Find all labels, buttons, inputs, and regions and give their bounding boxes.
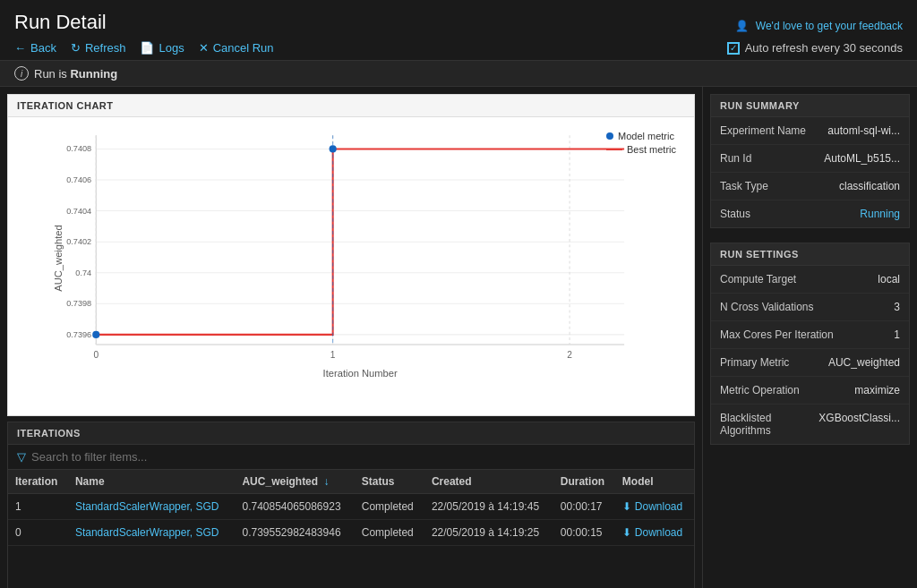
settings-row: Primary Metric AUC_weighted (711, 349, 909, 377)
iterations-section: ITERATIONS ▽ Iteration Name AUC_weighted… (7, 422, 695, 588)
auto-refresh-toggle[interactable]: Auto refresh every 30 seconds (727, 41, 903, 55)
download-icon: ⬇ (622, 500, 631, 513)
refresh-button[interactable]: ↻ Refresh (71, 41, 126, 55)
settings-value: 3 (894, 301, 900, 313)
run-summary-fields: Experiment Name automl-sql-wi... Run Id … (711, 117, 909, 227)
info-icon: i (14, 66, 29, 81)
settings-label: Compute Target (720, 273, 878, 285)
settings-value: AUC_weighted (828, 356, 900, 369)
settings-value: XGBoostClassi... (818, 412, 900, 424)
settings-label: Blacklisted Algorithms (720, 412, 818, 437)
settings-row: Max Cores Per Iteration 1 (711, 321, 909, 349)
settings-label: Max Cores Per Iteration (720, 328, 894, 341)
svg-text:2: 2 (567, 350, 572, 360)
cell-download[interactable]: ⬇ Download (615, 494, 694, 520)
col-created: Created (424, 470, 553, 494)
cell-name[interactable]: StandardScalerWrapper, SGD (68, 520, 236, 546)
filter-input[interactable] (31, 450, 685, 464)
chart-legend: Model metric Best metric (606, 131, 676, 158)
cell-duration: 00:00:17 (553, 494, 615, 520)
summary-row: Experiment Name automl-sql-wi... (711, 117, 909, 145)
header: Run Detail 👤 We'd love to get your feedb… (0, 0, 917, 61)
feedback-icon: 👤 (735, 20, 749, 32)
chart-section: ITERATION CHART AUC_weighted 0.7408 0.74… (7, 94, 695, 416)
filter-bar: ▽ (8, 445, 694, 470)
cell-created: 22/05/2019 à 14:19:45 (424, 494, 553, 520)
auto-refresh-checkbox[interactable] (727, 42, 740, 55)
cell-duration: 00:00:15 (553, 520, 615, 546)
summary-value: automl-sql-wi... (827, 124, 900, 137)
iterations-title: ITERATIONS (8, 422, 694, 445)
run-summary-section: RUN SUMMARY Experiment Name automl-sql-w… (710, 94, 910, 228)
iterations-table-wrapper: Iteration Name AUC_weighted ↓ Status Cre… (8, 470, 694, 546)
table-header-row: Iteration Name AUC_weighted ↓ Status Cre… (8, 470, 694, 494)
table-row: 0 StandardScalerWrapper, SGD 0.739552982… (8, 520, 694, 546)
svg-point-24 (92, 331, 99, 338)
settings-row: Compute Target local (711, 266, 909, 294)
summary-value: classification (839, 180, 900, 192)
back-button[interactable]: ← Back (14, 41, 56, 55)
summary-value: Running (860, 208, 900, 220)
svg-text:0.7398: 0.7398 (66, 299, 91, 308)
legend-model-metric: Model metric (606, 131, 676, 141)
summary-label: Run Id (720, 152, 824, 165)
logs-button[interactable]: 📄 Logs (140, 41, 184, 55)
cancel-run-button[interactable]: ✕ Cancel Run (199, 41, 274, 55)
settings-label: N Cross Validations (720, 301, 894, 313)
download-icon: ⬇ (622, 526, 631, 539)
cell-download[interactable]: ⬇ Download (615, 520, 694, 546)
cell-status: Completed (355, 520, 424, 546)
summary-label: Experiment Name (720, 124, 827, 137)
svg-text:0.7404: 0.7404 (66, 207, 91, 216)
back-icon: ← (14, 41, 26, 55)
right-panel: RUN SUMMARY Experiment Name automl-sql-w… (702, 87, 917, 588)
col-auc[interactable]: AUC_weighted ↓ (235, 470, 354, 494)
chart-title: ITERATION CHART (8, 95, 694, 117)
main-content: ITERATION CHART AUC_weighted 0.7408 0.74… (0, 87, 917, 588)
settings-value: 1 (894, 328, 900, 341)
settings-row: Blacklisted Algorithms XGBoostClassi... (711, 405, 909, 444)
svg-text:0.7408: 0.7408 (66, 144, 91, 153)
summary-value: AutoML_b515... (824, 152, 900, 165)
status-message: Run is Running (34, 67, 117, 81)
header-top-right: 👤 We'd love to get your feedback (735, 20, 903, 32)
svg-text:0.7396: 0.7396 (66, 330, 91, 339)
download-label: Download (635, 500, 682, 513)
run-summary-title: RUN SUMMARY (711, 95, 909, 117)
run-settings-title: RUN SETTINGS (711, 243, 909, 266)
refresh-icon: ↻ (71, 41, 81, 55)
download-link[interactable]: ⬇ Download (622, 526, 687, 539)
cell-name[interactable]: StandardScalerWrapper, SGD (68, 494, 236, 520)
summary-row: Task Type classification (711, 173, 909, 200)
col-name: Name (68, 470, 236, 494)
toolbar-left: ← Back ↻ Refresh 📄 Logs ✕ Cancel Run (14, 41, 274, 55)
filter-icon: ▽ (17, 450, 26, 464)
settings-row: N Cross Validations 3 (711, 294, 909, 321)
settings-label: Primary Metric (720, 356, 828, 369)
col-status: Status (355, 470, 424, 494)
settings-value: local (878, 273, 900, 285)
svg-text:0.7406: 0.7406 (66, 175, 91, 184)
feedback-link[interactable]: We'd love to get your feedback (756, 20, 903, 32)
best-metric-line (606, 149, 622, 150)
legend-best-metric: Best metric (606, 144, 676, 155)
svg-text:Iteration Number: Iteration Number (323, 368, 398, 379)
cancel-icon: ✕ (199, 41, 209, 55)
model-metric-dot (606, 132, 613, 140)
table-row: 1 StandardScalerWrapper, SGD 0.740854065… (8, 494, 694, 520)
run-settings-section: RUN SETTINGS Compute Target local N Cros… (710, 243, 910, 445)
run-settings-fields: Compute Target local N Cross Validations… (711, 266, 909, 444)
settings-value: maximize (854, 384, 900, 396)
cell-status: Completed (355, 494, 424, 520)
cell-iteration: 1 (8, 494, 68, 520)
svg-text:1: 1 (330, 350, 336, 360)
summary-row: Run Id AutoML_b515... (711, 145, 909, 173)
settings-label: Metric Operation (720, 384, 854, 396)
cell-auc: 0.740854065086923 (235, 494, 354, 520)
col-iteration: Iteration (8, 470, 68, 494)
settings-row: Metric Operation maximize (711, 377, 909, 405)
cell-auc: 0.739552982483946 (235, 520, 354, 546)
toolbar: ← Back ↻ Refresh 📄 Logs ✕ Cancel Run Aut… (14, 41, 903, 55)
chart-container: AUC_weighted 0.7408 0.7406 0.7404 0.7402… (8, 117, 694, 404)
download-link[interactable]: ⬇ Download (622, 500, 687, 513)
